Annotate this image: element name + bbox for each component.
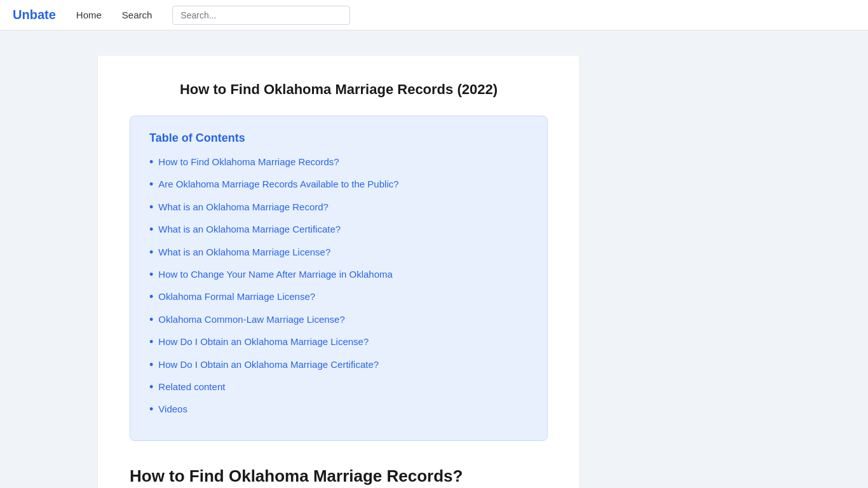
toc-link[interactable]: Videos — [158, 402, 187, 416]
toc-list: How to Find Oklahoma Marriage Records?Ar… — [149, 155, 528, 417]
site-header: Unbate Home Search — [0, 0, 868, 30]
toc-link[interactable]: What is an Oklahoma Marriage Record? — [158, 200, 329, 214]
list-item: What is an Oklahoma Marriage Record? — [149, 200, 528, 215]
toc-link[interactable]: How to Change Your Name After Marriage i… — [158, 268, 393, 281]
nav-home[interactable]: Home — [76, 10, 102, 20]
toc-link[interactable]: How Do I Obtain an Oklahoma Marriage Lic… — [158, 335, 369, 348]
list-item: How Do I Obtain an Oklahoma Marriage Cer… — [149, 358, 528, 372]
toc-box: Table of Contents How to Find Oklahoma M… — [130, 116, 548, 441]
content-area: How to Find Oklahoma Marriage Records (2… — [97, 56, 580, 488]
toc-link[interactable]: What is an Oklahoma Marriage Certificate… — [158, 222, 341, 236]
list-item: How Do I Obtain an Oklahoma Marriage Lic… — [149, 335, 528, 349]
toc-link[interactable]: Oklahoma Common-Law Marriage License? — [158, 313, 344, 326]
toc-link[interactable]: How to Find Oklahoma Marriage Records? — [158, 155, 339, 168]
toc-link[interactable]: Related content — [158, 380, 225, 393]
site-logo[interactable]: Unbate — [13, 8, 56, 22]
page-wrapper: How to Find Oklahoma Marriage Records (2… — [0, 30, 868, 488]
list-item: How to Find Oklahoma Marriage Records? — [149, 155, 528, 170]
list-item: What is an Oklahoma Marriage License? — [149, 245, 528, 260]
list-item: Are Oklahoma Marriage Records Available … — [149, 177, 528, 192]
toc-heading: Table of Contents — [149, 132, 528, 145]
toc-link[interactable]: Are Oklahoma Marriage Records Available … — [158, 177, 398, 191]
toc-link[interactable]: What is an Oklahoma Marriage License? — [158, 245, 330, 259]
list-item: How to Change Your Name After Marriage i… — [149, 268, 528, 282]
toc-link[interactable]: Oklahoma Formal Marriage License? — [158, 290, 315, 303]
search-input[interactable] — [172, 6, 350, 25]
list-item: Oklahoma Common-Law Marriage License? — [149, 313, 528, 327]
nav-search[interactable]: Search — [122, 10, 153, 20]
list-item: What is an Oklahoma Marriage Certificate… — [149, 222, 528, 237]
section1-heading: How to Find Oklahoma Marriage Records? — [130, 466, 548, 486]
article-title: How to Find Oklahoma Marriage Records (2… — [130, 81, 548, 98]
list-item: Oklahoma Formal Marriage License? — [149, 290, 528, 304]
list-item: Videos — [149, 402, 528, 417]
right-sidebar — [580, 56, 771, 488]
list-item: Related content — [149, 380, 528, 395]
toc-link[interactable]: How Do I Obtain an Oklahoma Marriage Cer… — [158, 358, 379, 371]
